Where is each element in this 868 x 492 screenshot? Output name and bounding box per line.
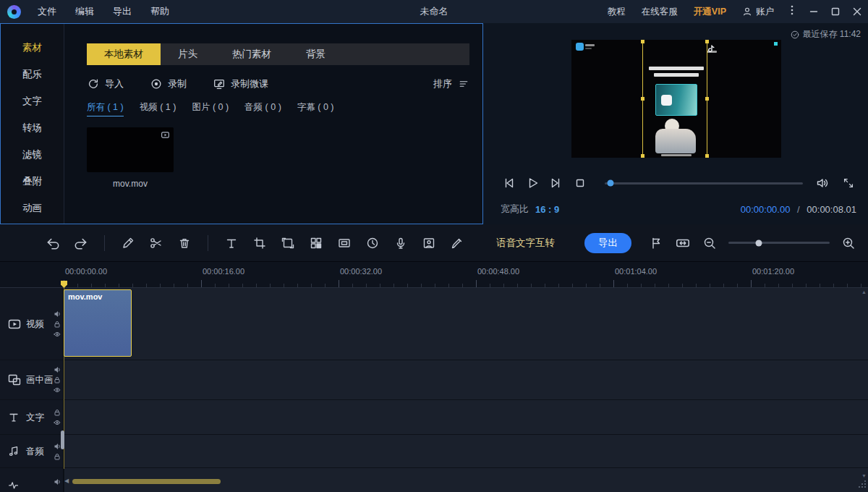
sidebar-item-music[interactable]: 配乐	[1, 61, 64, 88]
track-pip-lane[interactable]	[64, 360, 868, 399]
fit-timeline-icon[interactable]	[675, 235, 691, 251]
redo-icon[interactable]	[73, 235, 89, 251]
sidebar-item-transition[interactable]: 转场	[1, 114, 64, 141]
menu-edit[interactable]: 编辑	[66, 5, 103, 18]
track-resize-handle[interactable]	[61, 430, 64, 449]
vertical-scrollbar[interactable]: ▲ ▼	[860, 288, 867, 482]
scroll-left-arrow-icon[interactable]: ◀	[64, 478, 69, 484]
mute-toggle-icon[interactable]	[54, 443, 61, 450]
tab-hot-media[interactable]: 热门素材	[215, 43, 289, 65]
zoom-knob[interactable]	[756, 239, 762, 246]
selection-handle[interactable]	[705, 40, 709, 43]
filter-all[interactable]: 所有 ( 1 )	[87, 101, 124, 116]
close-button[interactable]	[846, 0, 868, 23]
undo-icon[interactable]	[45, 235, 61, 251]
preview-progress-slider[interactable]	[605, 182, 803, 184]
track-text-lane[interactable]	[64, 400, 868, 434]
quick-style-icon[interactable]	[449, 235, 465, 251]
duration-icon[interactable]	[365, 235, 380, 251]
crop-icon[interactable]	[252, 235, 268, 251]
text-tool-icon[interactable]	[224, 235, 239, 251]
mask-icon[interactable]	[336, 235, 352, 251]
scroll-down-arrow-icon[interactable]: ▼	[861, 473, 867, 478]
lock-toggle-icon[interactable]	[54, 453, 61, 460]
timeline-ruler[interactable]: 00:00:00.00 00:00:16.00 00:00:32.00 00:0…	[0, 262, 868, 288]
sidebar-item-overlay[interactable]: 叠附	[1, 168, 64, 195]
sidebar-item-media[interactable]: 素材	[1, 34, 64, 61]
media-thumbnail[interactable]	[87, 127, 174, 172]
visibility-toggle-icon[interactable]	[54, 419, 61, 426]
lock-toggle-icon[interactable]	[54, 409, 61, 416]
filter-subtitle[interactable]: 字幕 ( 0 )	[297, 101, 334, 116]
next-frame-button[interactable]	[548, 175, 564, 191]
preview-canvas[interactable]	[571, 40, 781, 158]
aspect-ratio-value[interactable]: 16 : 9	[535, 204, 559, 215]
import-button[interactable]: 导入	[87, 77, 124, 90]
zoom-out-icon[interactable]	[702, 235, 718, 251]
selection-handle[interactable]	[705, 154, 709, 158]
sidebar-item-animation[interactable]: 动画	[1, 195, 64, 221]
vip-button[interactable]: 开通VIP	[686, 6, 734, 18]
tab-intro[interactable]: 片头	[161, 43, 215, 65]
horizontal-scroll-thumb[interactable]	[72, 479, 221, 484]
selection-handle[interactable]	[705, 97, 709, 101]
delete-icon[interactable]	[176, 235, 192, 251]
lock-toggle-icon[interactable]	[54, 376, 61, 383]
tutorial-link[interactable]: 教程	[600, 6, 634, 18]
freeze-frame-icon[interactable]	[280, 235, 296, 251]
timeline-zoom-slider[interactable]	[728, 242, 830, 244]
minimize-button[interactable]	[803, 0, 825, 23]
more-menu-icon[interactable]	[781, 4, 803, 19]
resize-grip[interactable]	[857, 478, 867, 491]
track-audio-label: 音频	[26, 445, 44, 457]
record-lesson-button[interactable]: 录制微课	[213, 77, 268, 90]
sidebar-item-text[interactable]: 文字	[1, 88, 64, 114]
visibility-toggle-icon[interactable]	[54, 331, 61, 338]
zoom-in-icon[interactable]	[841, 235, 856, 251]
media-item[interactable]: mov.mov	[87, 127, 174, 189]
play-button[interactable]	[524, 175, 540, 191]
marker-icon[interactable]	[648, 235, 664, 251]
scroll-up-arrow-icon[interactable]: ▲	[861, 289, 867, 294]
app-logo-icon[interactable]	[7, 5, 21, 19]
sort-button[interactable]: 排序	[433, 77, 469, 90]
sidebar-item-filter[interactable]: 滤镜	[1, 141, 64, 168]
selection-handle[interactable]	[641, 40, 644, 43]
mosaic-icon[interactable]	[308, 235, 324, 251]
lock-toggle-icon[interactable]	[54, 321, 61, 328]
mute-toggle-icon[interactable]	[54, 478, 61, 485]
filter-audio[interactable]: 音频 ( 0 )	[244, 101, 281, 116]
portrait-icon[interactable]	[421, 235, 437, 251]
progress-knob[interactable]	[608, 180, 614, 187]
tab-background[interactable]: 背景	[289, 43, 343, 65]
timeline-clip[interactable]: mov.mov	[64, 289, 132, 357]
record-button[interactable]: 录制	[150, 77, 187, 90]
track-audio-lane[interactable]	[64, 435, 868, 467]
split-icon[interactable]	[148, 235, 164, 251]
speech-text-button[interactable]: 语音文字互转	[496, 237, 555, 250]
fullscreen-button[interactable]	[841, 175, 856, 191]
menu-export[interactable]: 导出	[103, 5, 141, 18]
menu-help[interactable]: 帮助	[141, 5, 179, 18]
edit-icon[interactable]	[120, 235, 136, 251]
tab-local-media[interactable]: 本地素材	[87, 43, 161, 65]
support-link[interactable]: 在线客服	[634, 6, 686, 18]
export-button[interactable]: 导出	[584, 233, 631, 253]
voiceover-icon[interactable]	[393, 235, 409, 251]
account-button[interactable]: 账户	[734, 6, 781, 18]
filter-image[interactable]: 图片 ( 0 )	[192, 101, 229, 116]
mute-toggle-icon[interactable]	[54, 366, 61, 373]
filter-video[interactable]: 视频 ( 1 )	[140, 101, 176, 116]
prev-frame-button[interactable]	[501, 175, 516, 191]
menu-file[interactable]: 文件	[28, 5, 66, 18]
track-video-lane[interactable]	[64, 288, 868, 360]
selection-handle[interactable]	[641, 154, 644, 158]
selection-handle[interactable]	[641, 97, 644, 101]
rotate-handle[interactable]	[774, 42, 778, 46]
horizontal-scrollbar[interactable]: ◀	[64, 478, 858, 485]
volume-button[interactable]	[814, 175, 830, 191]
stop-button[interactable]	[572, 175, 588, 191]
mute-toggle-icon[interactable]	[54, 310, 61, 318]
visibility-toggle-icon[interactable]	[54, 386, 61, 394]
maximize-button[interactable]	[825, 0, 846, 23]
